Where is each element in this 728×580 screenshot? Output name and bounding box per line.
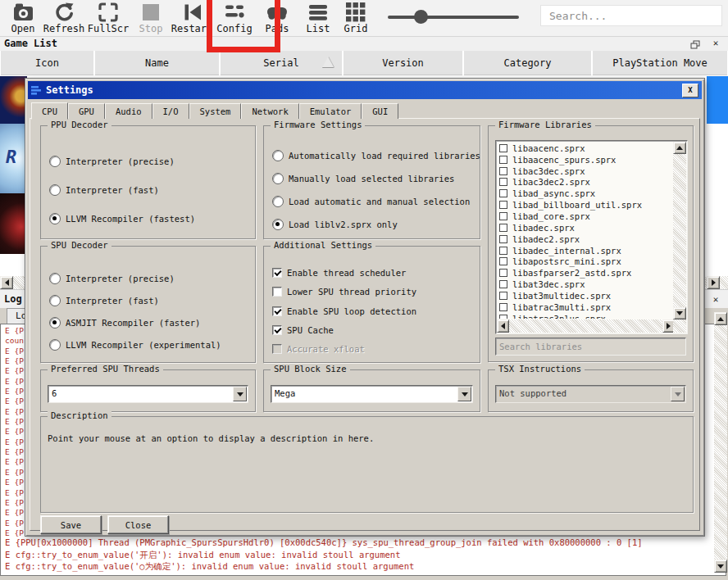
- radio-interpreter-precise[interactable]: [49, 273, 61, 284]
- spu-block-size-combo[interactable]: Mega: [271, 385, 473, 403]
- column-header-version[interactable]: Version: [344, 51, 462, 75]
- column-header-serial[interactable]: Serial: [221, 51, 342, 75]
- list-item-libasfparser2-astd-sprx[interactable]: libasfparser2_astd.sprx: [498, 267, 672, 279]
- radio-load-liblv2-sprx-only[interactable]: [272, 219, 284, 230]
- list-item-libad-billboard-util-sprx[interactable]: libad_billboard_util.sprx: [498, 199, 672, 211]
- radio-interpreter-fast[interactable]: [49, 184, 61, 196]
- radio-manually-load-selected-libraries[interactable]: [272, 173, 284, 184]
- scroll-down-arrow-icon[interactable]: [673, 307, 686, 319]
- library-search-input[interactable]: [495, 338, 686, 356]
- list-item-libad-async-sprx[interactable]: libad_async.sprx: [498, 188, 672, 199]
- list-item-libadec2-sprx[interactable]: libadec2.sprx: [498, 233, 672, 245]
- checkbox-libad-core-sprx[interactable]: [499, 212, 507, 220]
- game-icon-1[interactable]: [0, 76, 27, 124]
- checkbox-libasfparser2-astd-sprx[interactable]: [499, 269, 507, 277]
- vscroll-track[interactable]: [714, 325, 727, 560]
- dropdown-arrow-icon[interactable]: [233, 387, 247, 401]
- list-item-libad-core-sprx[interactable]: libad_core.sprx: [498, 211, 672, 222]
- checkbox-libad-async-sprx[interactable]: [499, 189, 507, 197]
- tab-i-o[interactable]: I/O: [152, 103, 189, 119]
- radio-interpreter-precise[interactable]: [49, 156, 61, 167]
- checkbox-libaacenc-spurs-sprx[interactable]: [499, 156, 507, 164]
- radio-llvm-recompiler-experimental[interactable]: [49, 339, 61, 351]
- checkbox-libatrac3plus-sprx[interactable]: [499, 315, 507, 319]
- radio-interpreter-fast[interactable]: [49, 295, 61, 306]
- search-input[interactable]: [540, 5, 722, 26]
- list-item-libac3dec-sprx[interactable]: libac3dec.sprx: [498, 165, 672, 177]
- float-icon[interactable]: [690, 38, 702, 49]
- game-icon-2[interactable]: R: [0, 124, 27, 193]
- toolbar-open-button[interactable]: Open: [2, 1, 44, 35]
- hscroll-left-arrow-icon[interactable]: [0, 276, 13, 289]
- dropdown-arrow-icon[interactable]: [457, 387, 471, 401]
- settings-window-icon: [31, 85, 42, 95]
- checkbox-libat3dec-sprx[interactable]: [499, 280, 507, 288]
- checkbox-libad-billboard-util-sprx[interactable]: [499, 201, 507, 209]
- column-header-name[interactable]: Name: [95, 51, 219, 75]
- scroll-up-arrow-icon[interactable]: [673, 142, 686, 154]
- tab-cpu[interactable]: CPU: [31, 102, 68, 120]
- list-item-libadec-sprx[interactable]: libadec.sprx: [498, 222, 672, 233]
- toolbar-fullscreen-button[interactable]: FullScr: [87, 1, 130, 35]
- checkbox-lower-spu-thread-priority[interactable]: [272, 287, 282, 297]
- checkbox-libadec-sprx[interactable]: [499, 224, 507, 232]
- vscroll-up-arrow-icon[interactable]: [714, 312, 727, 325]
- checkbox-libac3dec-sprx[interactable]: [499, 167, 507, 175]
- checkbox-enable-thread-scheduler[interactable]: [272, 268, 282, 278]
- checkbox-spu-cache[interactable]: [272, 325, 282, 335]
- tab-emulator[interactable]: Emulator: [299, 103, 362, 119]
- column-header-playstation-move[interactable]: PlayStation Move: [593, 51, 727, 75]
- list-item-libadec-internal-sprx[interactable]: libadec_internal.sprx: [498, 245, 672, 256]
- firmware-libraries-listbox[interactable]: libaacenc.sprxlibaacenc_spurs.sprxlibac3…: [495, 140, 688, 334]
- close-icon[interactable]: X: [682, 84, 698, 97]
- scroll-track[interactable]: [509, 319, 662, 333]
- list-item-libatrac3plus-sprx[interactable]: libatrac3plus.sprx: [498, 313, 672, 319]
- radio-llvm-recompiler-fastest[interactable]: [49, 213, 61, 224]
- toolbar-stop-button[interactable]: Stop: [130, 1, 172, 35]
- list-item-libac3dec2-sprx[interactable]: libac3dec2.sprx: [498, 177, 672, 188]
- dialog-titlebar[interactable]: Settings X: [28, 81, 702, 99]
- column-header-icon[interactable]: Icon: [1, 51, 93, 75]
- list-item-libat3dec-sprx[interactable]: libat3dec.sprx: [498, 279, 672, 290]
- close-icon[interactable]: ✕: [710, 294, 721, 306]
- close-icon[interactable]: ✕: [710, 38, 721, 49]
- preferred-spu-threads-combo[interactable]: 6: [48, 385, 248, 403]
- checkbox-libac3dec2-sprx[interactable]: [499, 178, 507, 186]
- tab-gui[interactable]: GUI: [362, 103, 398, 119]
- checkbox-libadec2-sprx[interactable]: [499, 235, 507, 243]
- list-item-libaacenc-spurs-sprx[interactable]: libaacenc_spurs.sprx: [498, 154, 672, 165]
- icon-size-slider-track[interactable]: [388, 16, 519, 19]
- scroll-left-arrow-icon[interactable]: [497, 319, 509, 333]
- radio-automatically-load-required-libraries[interactable]: [272, 150, 284, 161]
- tab-audio[interactable]: Audio: [105, 103, 152, 119]
- radio-load-automatic-and-manual-selection[interactable]: [272, 196, 284, 207]
- list-item-libapostsrc-mini-sprx[interactable]: libapostsrc_mini.sprx: [498, 256, 672, 267]
- fullscreen-icon: [87, 1, 130, 23]
- save-button[interactable]: Save: [40, 515, 102, 534]
- toolbar-grid-button[interactable]: Grid: [334, 1, 377, 35]
- close-button[interactable]: Close: [107, 515, 169, 534]
- tab-system[interactable]: System: [189, 103, 242, 119]
- list-item-libat3multidec-sprx[interactable]: libat3multidec.sprx: [498, 290, 672, 301]
- checkbox-enable-spu-loop-detection[interactable]: [272, 306, 282, 316]
- checkbox-libapostsrc-mini-sprx[interactable]: [499, 257, 507, 265]
- library-name: libat3multidec.sprx: [512, 291, 611, 301]
- column-header-category[interactable]: Category: [464, 51, 591, 75]
- checkbox-libatrac3multi-sprx[interactable]: [499, 303, 507, 311]
- checkbox-libat3multidec-sprx[interactable]: [499, 292, 507, 300]
- hscroll-right-arrow-icon[interactable]: [707, 276, 720, 289]
- icon-size-slider-handle[interactable]: [414, 10, 428, 24]
- checkbox-libaacenc-sprx[interactable]: [499, 144, 507, 152]
- vscroll-down-arrow-icon[interactable]: [714, 560, 727, 573]
- list-item-libaacenc-sprx[interactable]: libaacenc.sprx: [498, 143, 672, 154]
- game-icon-3[interactable]: [0, 193, 27, 254]
- toolbar-refresh-button[interactable]: Refresh: [43, 1, 85, 35]
- toolbar-list-button[interactable]: List: [297, 1, 339, 35]
- list-item-libatrac3multi-sprx[interactable]: libatrac3multi.sprx: [498, 301, 672, 313]
- checkbox-libadec-internal-sprx[interactable]: [499, 247, 507, 255]
- tab-gpu[interactable]: GPU: [68, 103, 105, 119]
- tab-network[interactable]: Network: [241, 103, 298, 119]
- log-line: E {P: [5, 498, 26, 508]
- radio-asmjit-recompiler-faster[interactable]: [49, 317, 61, 329]
- scroll-track[interactable]: [673, 154, 686, 307]
